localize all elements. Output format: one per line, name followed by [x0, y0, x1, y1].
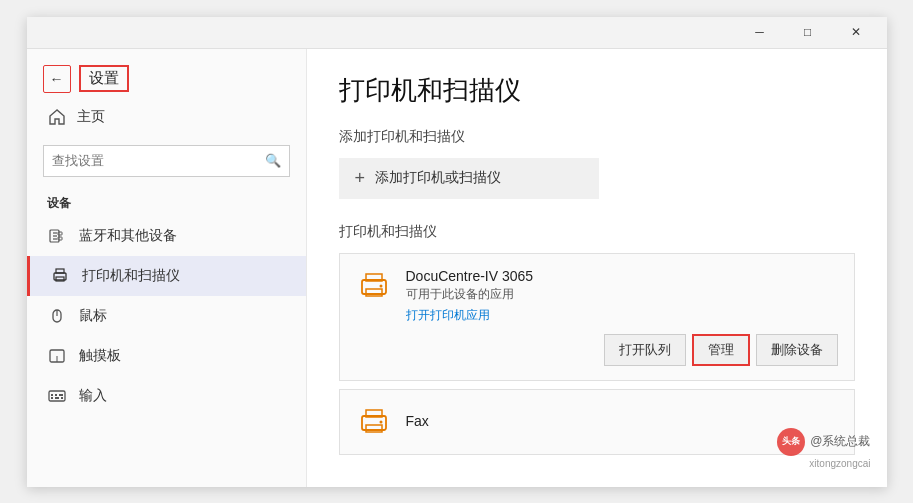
search-input[interactable] [52, 153, 265, 168]
printers-label: 打印机和扫描仪 [82, 267, 180, 285]
home-label: 主页 [77, 108, 105, 126]
open-queue-button[interactable]: 打开队列 [604, 334, 686, 366]
home-icon [47, 107, 67, 127]
svg-rect-27 [366, 425, 382, 432]
sidebar: ← 设置 主页 🔍 设备 [27, 49, 307, 487]
mouse-icon [47, 306, 67, 326]
search-icon: 🔍 [265, 153, 281, 168]
plus-icon: + [355, 168, 366, 189]
delete-device-button[interactable]: 删除设备 [756, 334, 838, 366]
sidebar-item-touchpad[interactable]: 触摸板 [27, 336, 306, 376]
sidebar-item-input[interactable]: 输入 [27, 376, 306, 416]
svg-rect-17 [51, 397, 53, 399]
watermark: 头条 @系统总裁 xitongzongcai [777, 428, 870, 469]
svg-rect-20 [61, 397, 63, 399]
sidebar-header: ← 设置 [27, 57, 306, 97]
sidebar-item-mouse[interactable]: 鼠标 [27, 296, 306, 336]
svg-point-24 [379, 284, 382, 287]
svg-rect-14 [51, 394, 53, 396]
back-button[interactable]: ← [43, 65, 71, 93]
sidebar-item-printers[interactable]: 打印机和扫描仪 [27, 256, 306, 296]
svg-rect-16 [59, 394, 61, 396]
maximize-button[interactable]: □ [785, 16, 831, 48]
watermark-at: @系统总裁 [810, 433, 870, 450]
printer-name: DocuCentre-IV 3065 [406, 268, 838, 284]
search-box: 🔍 [43, 145, 290, 177]
printer-app-link[interactable]: 打开打印机应用 [406, 308, 490, 322]
printer-section-title: 打印机和扫描仪 [339, 223, 855, 241]
fax-icon [356, 404, 392, 440]
printer-nav-icon [50, 266, 70, 286]
bluetooth-label: 蓝牙和其他设备 [79, 227, 177, 245]
close-button[interactable]: ✕ [833, 16, 879, 48]
svg-rect-23 [366, 289, 382, 296]
add-btn-label: 添加打印机或扫描仪 [375, 169, 501, 187]
fax-name: Fax [406, 413, 429, 429]
touchpad-icon [47, 346, 67, 366]
add-section-title: 添加打印机和扫描仪 [339, 128, 855, 146]
printer-info: DocuCentre-IV 3065 可用于此设备的应用 打开打印机应用 [406, 268, 838, 324]
add-printer-button[interactable]: + 添加打印机或扫描仪 [339, 158, 599, 199]
manage-button[interactable]: 管理 [692, 334, 750, 366]
title-bar: ─ □ ✕ [27, 17, 887, 49]
svg-point-28 [379, 420, 382, 423]
mouse-label: 鼠标 [79, 307, 107, 325]
printer-card-header: DocuCentre-IV 3065 可用于此设备的应用 打开打印机应用 [356, 268, 838, 324]
minimize-button[interactable]: ─ [737, 16, 783, 48]
window-controls: ─ □ ✕ [737, 16, 879, 48]
sidebar-title: 设置 [79, 65, 129, 92]
printer-card: DocuCentre-IV 3065 可用于此设备的应用 打开打印机应用 打开队… [339, 253, 855, 381]
watermark-avatar: 头条 [777, 428, 805, 456]
sidebar-item-bluetooth[interactable]: 蓝牙和其他设备 [27, 216, 306, 256]
printer-status: 可用于此设备的应用 [406, 286, 838, 303]
svg-rect-15 [55, 394, 57, 396]
svg-rect-19 [61, 394, 63, 396]
page-title: 打印机和扫描仪 [339, 73, 855, 108]
bluetooth-icon [47, 226, 67, 246]
watermark-url: xitongzongcai [809, 458, 870, 469]
devices-section-label: 设备 [27, 185, 306, 216]
sidebar-item-home[interactable]: 主页 [27, 97, 306, 137]
printer-actions: 打开队列 管理 删除设备 [356, 334, 838, 366]
input-icon [47, 386, 67, 406]
input-label: 输入 [79, 387, 107, 405]
touchpad-label: 触摸板 [79, 347, 121, 365]
main-content: 打印机和扫描仪 添加打印机和扫描仪 + 添加打印机或扫描仪 打印机和扫描仪 [307, 49, 887, 487]
docucentre-icon [356, 268, 392, 304]
svg-rect-18 [55, 397, 59, 399]
